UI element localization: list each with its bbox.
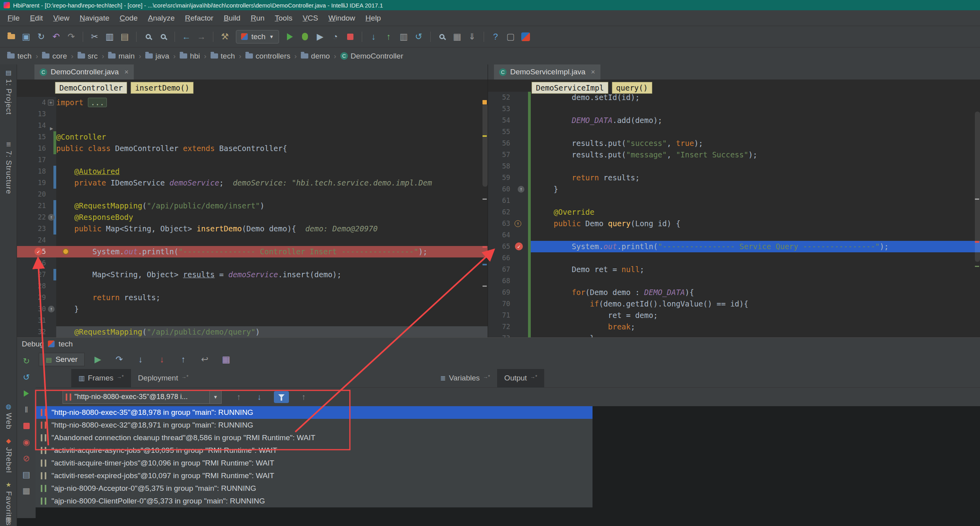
breadcrumb-src[interactable]: src	[77, 51, 99, 61]
code-text[interactable]: @ResponseBody	[56, 212, 488, 223]
code-line-59[interactable]: 59 return results;	[488, 172, 980, 184]
debug-button[interactable]	[298, 30, 312, 44]
stripe----structure[interactable]: ≣7: Structure	[0, 140, 17, 194]
evaluate-expression-button[interactable]: ▦	[220, 354, 232, 365]
view-breakpoints-button[interactable]: ◉	[21, 437, 32, 448]
gutter-23[interactable]: 23	[17, 223, 56, 235]
step-out-button[interactable]: ↑	[177, 354, 189, 365]
method-marker-icon[interactable]: ↑	[518, 186, 524, 193]
force-step-into-button[interactable]: ↓	[156, 354, 168, 365]
gutter-22[interactable]: 22↑	[17, 212, 56, 223]
gutter-59[interactable]: 59	[488, 172, 531, 184]
code-text[interactable]: public class DemoController extends Base…	[56, 143, 488, 154]
paste-button[interactable]: ▤	[118, 30, 132, 44]
code-text[interactable]	[56, 189, 488, 200]
gutter-13[interactable]: 13	[17, 108, 56, 120]
forward-button[interactable]: →	[194, 30, 209, 44]
gutter-60[interactable]: 60↑	[488, 184, 531, 195]
code-text[interactable]	[56, 315, 488, 326]
breadcrumb-class[interactable]: DemoController	[55, 82, 127, 94]
code-line-18[interactable]: 18 @Autowired	[17, 166, 488, 177]
breadcrumb-tech[interactable]: tech	[210, 51, 236, 61]
window-button[interactable]: ▢	[503, 30, 518, 44]
pause-button[interactable]: ‖	[21, 404, 32, 415]
run-coverage-button[interactable]: ▶	[313, 30, 327, 44]
code-text[interactable]: }	[56, 303, 488, 315]
code-text[interactable]: return results;	[56, 292, 488, 303]
code-line-23[interactable]: 23 public Map<String, Object> insertDemo…	[17, 223, 488, 235]
breadcrumb-tech[interactable]: tech	[6, 51, 32, 61]
code-text[interactable]	[531, 103, 980, 115]
code-text[interactable]: System.out.println("---------------- Ser…	[531, 241, 980, 252]
gutter-24[interactable]: 24	[17, 235, 56, 246]
gutter-54[interactable]: 54	[488, 115, 531, 126]
gutter-65[interactable]: 65✓	[488, 241, 531, 252]
code-text[interactable]: @Override	[531, 206, 980, 218]
code-text[interactable]: }	[531, 333, 980, 337]
code-line-17[interactable]: 17	[17, 154, 488, 166]
code-text[interactable]: if(demo.getId().longValue() == id){	[531, 298, 980, 310]
thread-row[interactable]: "activiti-acquire-timer-jobs"@10,096 in …	[36, 457, 593, 469]
code-text[interactable]: public Demo query(Long id) {	[531, 218, 980, 229]
tab-democontroller-java[interactable]: C DemoController.java ×	[34, 64, 134, 79]
frame-down-button[interactable]: ↓	[253, 391, 265, 403]
breadcrumb-main[interactable]: main	[107, 51, 135, 61]
gutter-17[interactable]: 17	[17, 154, 56, 166]
code-line-58[interactable]: 58	[488, 161, 980, 172]
thread-row[interactable]: "activiti-acquire-async-jobs"@10,095 in …	[36, 444, 593, 457]
settings-button[interactable]: ▦	[450, 30, 464, 44]
code-text[interactable]: @RequestMapping("/api/public/demo/insert…	[56, 200, 488, 212]
gutter-58[interactable]: 58	[488, 161, 531, 172]
gutter-21[interactable]: 21	[17, 200, 56, 212]
gutter-66[interactable]: 66	[488, 252, 531, 264]
code-line-53[interactable]: 53	[488, 103, 980, 115]
gutter-64[interactable]: 64	[488, 229, 531, 241]
code-text[interactable]: private IDemoService demoService; demoSe…	[56, 177, 488, 189]
replace-button[interactable]	[156, 30, 170, 44]
tab-variables[interactable]: ≣ Variables →*	[433, 369, 497, 388]
tab-demoserviceimpl-java[interactable]: C DemoServiceImpl.java ×	[494, 64, 600, 79]
gutter-71[interactable]: 71	[488, 310, 531, 321]
resume-button[interactable]	[21, 388, 32, 399]
save-all-button[interactable]: ▣	[19, 30, 33, 44]
stop-button[interactable]	[21, 420, 32, 431]
search-everywhere-button[interactable]	[435, 30, 449, 44]
tab-output[interactable]: Output →*	[497, 369, 544, 388]
code-text[interactable]: break;	[531, 321, 980, 333]
code-text[interactable]: @Controller	[56, 131, 488, 143]
gutter-69[interactable]: 69	[488, 287, 531, 298]
gutter-20[interactable]: 20	[17, 189, 56, 200]
code-line-61[interactable]: 61	[488, 195, 980, 206]
menu-vcs[interactable]: VCS	[298, 14, 323, 23]
gutter-53[interactable]: 53	[488, 103, 531, 115]
code-text[interactable]	[56, 108, 488, 120]
code-line-29[interactable]: 29 return results;	[17, 292, 488, 303]
code-text[interactable]	[531, 275, 980, 287]
chevron-down-icon[interactable]: ▼	[209, 391, 221, 403]
code-line-20[interactable]: 20	[17, 189, 488, 200]
breadcrumb-controllers[interactable]: controllers	[245, 51, 291, 61]
code-line-32[interactable]: 32 @RequestMapping("/api/public/demo/que…	[17, 326, 488, 337]
thread-row[interactable]: "http-nio-8080-exec-35"@18,978 in group …	[36, 406, 593, 419]
gutter-27[interactable]: 27	[17, 269, 56, 280]
code-line-22[interactable]: 22↑ @ResponseBody	[17, 212, 488, 223]
override-icon[interactable]: ↑	[515, 220, 521, 227]
commit-changes-button[interactable]: ↑	[382, 30, 396, 44]
code-line-16[interactable]: 16public class DemoController extends Ba…	[17, 143, 488, 154]
show-execution-point-button[interactable]: ▶	[92, 354, 104, 365]
menu-window[interactable]: Window	[323, 14, 361, 23]
mute-breakpoints-button[interactable]: ⊘	[21, 453, 32, 464]
code-line-67[interactable]: 67 Demo ret = null;	[488, 264, 980, 275]
synchronize-button[interactable]: ↻	[34, 30, 48, 44]
gutter-61[interactable]: 61	[488, 195, 531, 206]
breadcrumb-class[interactable]: DemoServiceImpl	[532, 82, 608, 94]
scrollbar-thumb[interactable]	[975, 112, 980, 262]
breakpoint-icon[interactable]: ✓	[515, 242, 523, 250]
code-text[interactable]: return results;	[531, 172, 980, 184]
tab-server[interactable]: ▤ Server	[39, 353, 85, 366]
gutter-25[interactable]: 25✓	[17, 246, 56, 257]
code-line-64[interactable]: 64	[488, 229, 980, 241]
menu-analyze[interactable]: Analyze	[143, 14, 180, 23]
gutter-68[interactable]: 68	[488, 275, 531, 287]
run-button[interactable]	[283, 30, 297, 44]
